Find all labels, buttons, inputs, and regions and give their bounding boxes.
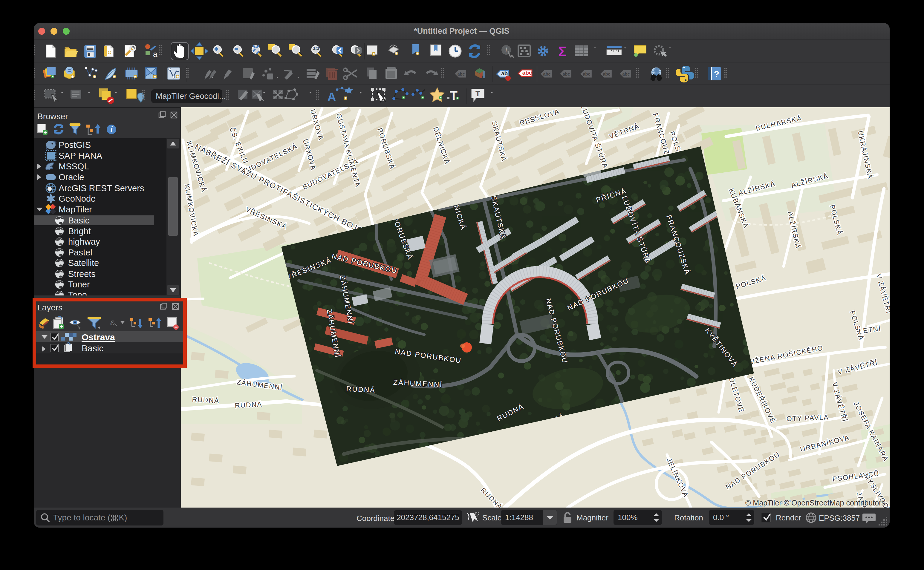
svg-text:Basic: Basic	[81, 343, 103, 353]
svg-text:i: i	[505, 46, 507, 54]
svg-text:OTY PAVLA: OTY PAVLA	[786, 414, 829, 423]
svg-text:© MapTiler © OpenStreetMap co: © MapTiler © OpenStreetMap contributors	[745, 499, 885, 507]
svg-text:ab: ab	[501, 70, 508, 77]
svg-text:T: T	[450, 89, 458, 103]
svg-text:Ostrava: Ostrava	[81, 332, 115, 342]
svg-text:1:1: 1:1	[313, 45, 319, 51]
svg-text:RUDNÁ: RUDNÁ	[346, 385, 375, 394]
svg-text:ε: ε	[110, 317, 115, 327]
svg-text:a: a	[153, 50, 158, 58]
svg-text:?: ?	[714, 69, 719, 79]
svg-text:A: A	[328, 90, 336, 103]
svg-text:RUDNÁ: RUDNÁ	[234, 400, 262, 409]
svg-text:MapTiler Geocodi...: MapTiler Geocodi...	[156, 92, 226, 101]
svg-text:Σ: Σ	[558, 44, 567, 59]
svg-text:T: T	[475, 89, 480, 98]
svg-text:abc: abc	[523, 70, 532, 76]
svg-text:RUDNÁ: RUDNÁ	[192, 395, 220, 405]
